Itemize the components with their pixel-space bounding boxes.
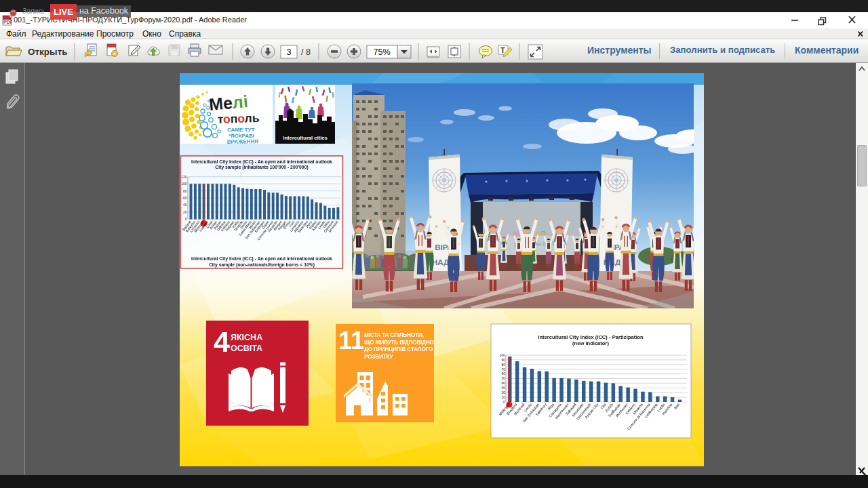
svg-text:САМЕ ТУТ: САМЕ ТУТ	[227, 127, 254, 133]
svg-text:10: 10	[501, 395, 505, 399]
svg-text:90: 90	[501, 358, 505, 362]
svg-text:Intercultural City Index (ICC): Intercultural City Index (ICC) - Partici…	[538, 334, 644, 340]
svg-text:70: 70	[501, 367, 505, 371]
svg-text:4: 4	[214, 325, 230, 358]
svg-text:Intercultural City Index (ICC): Intercultural City Index (ICC) - An open…	[191, 159, 332, 165]
svg-text:intercultural cities: intercultural cities	[283, 135, 327, 141]
svg-text:20: 20	[501, 390, 505, 394]
svg-text:Мелі: Мелі	[208, 92, 249, 114]
svg-text:ЯКІСНА: ЯКІСНА	[231, 333, 262, 342]
svg-text:МІСТА ТА СПІЛЬНОТИ,: МІСТА ТА СПІЛЬНОТИ,	[364, 332, 424, 338]
svg-text:120: 120	[181, 175, 187, 179]
svg-text:100: 100	[500, 353, 506, 357]
svg-text:60: 60	[183, 196, 187, 200]
svg-text:тополь: тополь	[217, 111, 260, 126]
svg-text:30: 30	[501, 386, 505, 390]
svg-text:75%: 75%	[373, 47, 390, 57]
svg-text:40: 40	[501, 381, 505, 385]
svg-text:3: 3	[287, 47, 292, 57]
svg-text:РОЗВИТКУ: РОЗВИТКУ	[364, 354, 393, 360]
svg-text:20: 20	[183, 210, 187, 214]
svg-text:40: 40	[183, 203, 187, 207]
svg-text:50: 50	[501, 376, 505, 380]
svg-text:ЩО ЖИВУТЬ ВІДПОВІДНО: ЩО ЖИВУТЬ ВІДПОВІДНО	[364, 340, 435, 346]
svg-text:/ 8: / 8	[301, 47, 311, 57]
svg-text:Открыть: Открыть	[28, 47, 68, 57]
svg-text:City sample (inhabitants 100'0: City sample (inhabitants 100'000 - 200'0…	[215, 165, 308, 170]
svg-text:ОСВІТА: ОСВІТА	[231, 344, 262, 353]
svg-text:City sample (non-nationals/for: City sample (non-nationals/foreign borns…	[209, 262, 315, 268]
svg-text:0: 0	[503, 400, 505, 404]
svg-text:80: 80	[501, 363, 505, 367]
svg-text:11: 11	[338, 327, 364, 354]
svg-text:PDF: PDF	[3, 20, 12, 24]
svg-text:60: 60	[501, 371, 505, 375]
svg-text:Intercultural City Index (ICC): Intercultural City Index (ICC) - An open…	[191, 256, 332, 262]
svg-text:0: 0	[185, 217, 187, 221]
svg-text:ДО ПРИНЦИПІВ СТАЛОГО: ДО ПРИНЦИПІВ СТАЛОГО	[364, 346, 433, 352]
svg-text:80: 80	[183, 189, 187, 193]
svg-text:ВРАЖЕННЯ: ВРАЖЕННЯ	[227, 138, 258, 145]
svg-text:T: T	[500, 46, 505, 54]
svg-text:100: 100	[181, 182, 187, 186]
svg-text:(new indicator): (new indicator)	[572, 340, 609, 346]
